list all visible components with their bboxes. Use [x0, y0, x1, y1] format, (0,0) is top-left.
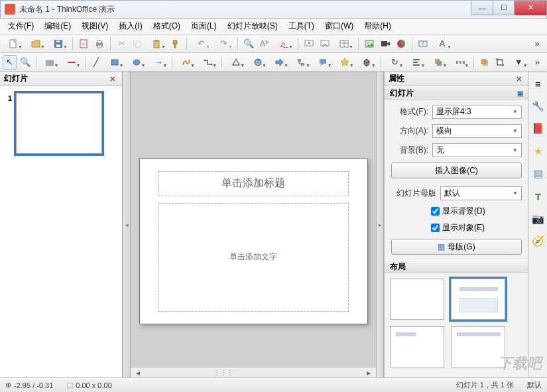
body-placeholder[interactable]: 单击添加文字	[158, 203, 349, 312]
auto-spellcheck-button[interactable]: A▼	[273, 36, 294, 51]
redo-button[interactable]: ↷▼	[213, 36, 234, 51]
curve-tool[interactable]: ▼	[176, 55, 196, 70]
close-button[interactable]: ✕	[515, 1, 546, 15]
slideshow-current-button[interactable]	[318, 36, 332, 51]
section-toggle-icon[interactable]: ▣	[517, 90, 523, 97]
rotate-tool[interactable]: ↻▼	[385, 55, 405, 70]
insert-image-button[interactable]	[362, 36, 377, 51]
format-dropdown[interactable]: 显示屏4:3▼	[432, 105, 522, 119]
3d-tool[interactable]: ▼	[357, 55, 377, 70]
scroll-left[interactable]: ◂	[133, 368, 143, 377]
print-button[interactable]	[92, 36, 107, 51]
open-button[interactable]: ▼	[25, 36, 46, 51]
show-bg-checkbox[interactable]: 显示背景(D)	[431, 206, 522, 217]
layout-3[interactable]	[390, 326, 444, 367]
background-dropdown[interactable]: 无▼	[432, 143, 522, 157]
rail-menu-icon[interactable]: ≡	[532, 77, 545, 90]
svg-point-28	[256, 61, 257, 62]
ellipse-tool[interactable]: ▼	[127, 55, 147, 70]
title-placeholder[interactable]: 单击添加标题	[158, 171, 349, 196]
rail-gallery-icon[interactable]: 📕	[532, 122, 545, 135]
props-panel-close[interactable]: ×	[514, 74, 524, 84]
rail-properties-icon[interactable]: 🔧	[532, 99, 545, 113]
status-page: 幻灯片 1，共 1 张	[456, 380, 514, 390]
show-obj-checkbox[interactable]: 显示对象(E)	[431, 222, 522, 233]
minimize-button[interactable]: —	[471, 1, 493, 15]
layout-blank[interactable]	[390, 279, 444, 320]
rail-pages-icon[interactable]: ▤	[532, 167, 545, 180]
left-collapse-bar[interactable]: ◂	[123, 72, 131, 377]
align-tool[interactable]: ▼	[406, 55, 427, 70]
find-button[interactable]: 🔍	[241, 36, 256, 51]
menu-edit[interactable]: 编辑(E)	[39, 19, 76, 34]
menu-window[interactable]: 窗口(W)	[320, 19, 359, 34]
canvas-area[interactable]: 单击添加标题 单击添加文字	[131, 72, 376, 367]
thumb-image[interactable]	[16, 93, 102, 154]
insert-chart-button[interactable]	[394, 36, 408, 51]
table-button[interactable]: ▼	[334, 36, 355, 51]
symbol-shapes-tool[interactable]: ▼	[247, 55, 268, 70]
arrow-tool[interactable]: →▼	[148, 55, 168, 70]
slideshow-start-button[interactable]	[302, 36, 316, 51]
insert-image-button-panel[interactable]: 插入图像(C)	[391, 163, 522, 178]
menu-file[interactable]: 文件(F)	[3, 19, 39, 34]
stars-tool[interactable]: ▼	[335, 55, 355, 70]
callouts-tool[interactable]: ▼	[313, 55, 334, 70]
toolbar-overflow[interactable]: »	[530, 36, 544, 51]
right-collapse-bar[interactable]: ▸	[376, 72, 384, 377]
connector-tool[interactable]: ▼	[198, 55, 218, 70]
fontwork-button[interactable]: A▼	[432, 36, 453, 51]
basic-shapes-tool[interactable]: ▼	[225, 55, 246, 70]
rail-text-icon[interactable]: T	[532, 190, 545, 203]
layout-4[interactable]	[451, 326, 505, 367]
menu-view[interactable]: 视图(V)	[76, 19, 113, 34]
line-color-dropdown[interactable]: ▼	[61, 55, 82, 70]
menu-help[interactable]: 帮助(H)	[359, 19, 396, 34]
crop-tool[interactable]	[493, 55, 507, 70]
rect-tool[interactable]: ▼	[105, 55, 125, 70]
slide-panel-close[interactable]: ×	[107, 74, 118, 84]
master-dropdown[interactable]: 默认▼	[440, 186, 522, 200]
select-tool[interactable]: ↖	[3, 55, 17, 70]
rail-favorites-icon[interactable]: ★	[532, 145, 545, 158]
export-pdf-button[interactable]: P	[76, 36, 91, 51]
menu-insert[interactable]: 插入(I)	[113, 19, 147, 34]
zoom-tool[interactable]: 🔍	[18, 55, 32, 70]
line-style-dropdown[interactable]: ▼	[40, 55, 60, 70]
rail-navigator-icon[interactable]: 🧭	[532, 235, 545, 248]
arrange-tool[interactable]: ▼	[428, 55, 448, 70]
cut-button[interactable]: ✂	[114, 36, 129, 51]
section-slide-head[interactable]: 幻灯片 ▣	[385, 86, 528, 99]
menu-page[interactable]: 页面(L)	[186, 19, 222, 34]
slide-editor[interactable]: 单击添加标题 单击添加文字	[139, 159, 368, 324]
toolbar2-overflow[interactable]: »	[530, 55, 544, 70]
orientation-dropdown[interactable]: 横向▼	[432, 124, 522, 138]
maximize-button[interactable]: ☐	[493, 1, 515, 15]
menu-slideshow[interactable]: 幻灯片放映(S)	[222, 19, 283, 34]
line-tool[interactable]: ╱	[89, 55, 103, 70]
paste-button[interactable]: ▼	[146, 36, 167, 51]
insert-text-button[interactable]: A	[416, 36, 430, 51]
menu-format[interactable]: 格式(O)	[148, 19, 186, 34]
scroll-right[interactable]: ▸	[364, 368, 373, 377]
new-button[interactable]: ▼	[3, 36, 24, 51]
spellcheck-button[interactable]: Aᵇ	[257, 36, 272, 51]
thumb-area[interactable]: 1	[0, 86, 122, 377]
slide-thumb-1[interactable]: 1	[5, 93, 117, 154]
undo-button[interactable]: ↶▼	[190, 36, 212, 51]
save-button[interactable]: ▼	[48, 36, 69, 51]
distribute-tool[interactable]: ▼	[450, 55, 470, 70]
clone-format-button[interactable]	[168, 36, 183, 51]
rail-media-icon[interactable]: 📷	[532, 212, 545, 226]
master-button[interactable]: ▦母版(G)	[391, 239, 522, 255]
copy-button[interactable]	[130, 36, 145, 51]
shadow-tool[interactable]	[477, 55, 491, 70]
block-arrows-tool[interactable]: ▼	[269, 55, 290, 70]
horizontal-scrollbar[interactable]: ◂ ⋮⋮⋮ ▸	[131, 367, 376, 377]
menu-tools[interactable]: 工具(T)	[283, 19, 320, 34]
filter-tool[interactable]: ▼▼	[509, 55, 529, 70]
layout-title-content[interactable]	[451, 279, 505, 320]
section-layout-head[interactable]: 布局	[385, 260, 528, 273]
insert-av-button[interactable]	[378, 36, 393, 51]
flowchart-tool[interactable]: ▼	[291, 55, 312, 70]
